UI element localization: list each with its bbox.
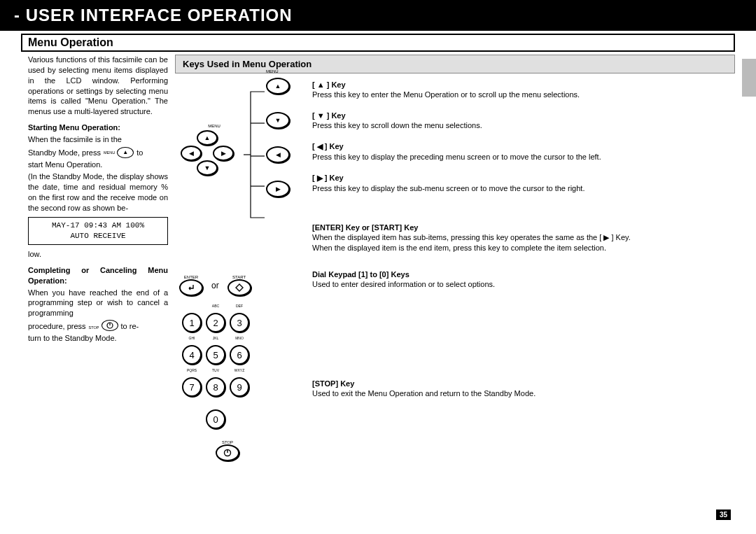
dial-key-title: Dial Keypad [1] to [0] Keys	[312, 270, 735, 279]
up-key-desc: Press this key to enter the Menu Operati…	[312, 90, 735, 99]
keypad-3: 3	[230, 313, 249, 332]
down-key-desc: Press this key to scroll down the menu s…	[312, 121, 735, 129]
stop-label: STOP	[216, 440, 239, 444]
starting-heading: Starting Menu Operation:	[28, 122, 168, 133]
right-key-icon: ▶	[266, 181, 290, 197]
keypad-6: 6	[230, 345, 249, 365]
left-key-desc: Press this key to display the preceding …	[312, 153, 735, 161]
stop-label: STOP	[89, 325, 99, 330]
keypad-8: 8	[206, 377, 225, 397]
enter-key-icon	[179, 279, 203, 296]
left-key-icon: ◀	[266, 146, 290, 163]
keys-header: Keys Used in Menu Operation	[175, 55, 735, 73]
dial-key-desc: Used to enter desired information or to …	[312, 280, 735, 288]
svg-marker-2	[236, 284, 243, 291]
text: (In the Standby Mode, the display shows …	[28, 171, 168, 213]
start-key-icon	[227, 279, 251, 296]
keypad-2: 2	[206, 313, 225, 332]
intro-text: Various functions of this facsimile can …	[28, 55, 168, 117]
down-key-title: [ ▼ ] Key	[312, 111, 735, 120]
stop-key-title: [STOP] Key	[312, 379, 735, 388]
intro-column: Various functions of this facsimile can …	[28, 55, 168, 410]
text: low.	[28, 249, 168, 260]
menu-label: MENU	[104, 150, 115, 155]
up-key-title: [ ▲ ] Key	[312, 80, 735, 89]
text: turn to the Standby Mode.	[28, 333, 168, 344]
keypad-1: 1	[182, 313, 202, 332]
keypad-5: 5	[206, 345, 225, 365]
up-key-icon: ▲	[117, 147, 134, 158]
enter-key-desc1: When the displayed item has sub-items, p…	[312, 233, 735, 242]
nav-cluster-icon: ▲ ▼ ◀ ▶	[178, 128, 234, 177]
text: When the facsimile is in the	[28, 134, 168, 145]
side-tab	[742, 59, 756, 97]
text: procedure, press	[28, 321, 86, 332]
start-label: START	[227, 275, 251, 279]
text: to re-	[121, 321, 139, 332]
left-key-title: [ ◀ ] Key	[312, 142, 735, 151]
completing-heading: Completing or Canceling Menu Operation:	[28, 265, 168, 286]
text: Standby Mode, press	[28, 148, 101, 158]
text: start Menu Operation.	[28, 160, 168, 170]
text: to	[136, 148, 143, 158]
stop-key-desc: Used to exit the Menu Operation and retu…	[312, 389, 735, 398]
page-title: - USER INTERFACE OPERATION	[0, 0, 756, 31]
enter-label: ENTER	[179, 275, 203, 279]
keypad-4: 4	[182, 345, 202, 365]
or-text: or	[211, 281, 219, 290]
stop-key-icon	[216, 444, 239, 461]
section-title: Menu Operation	[21, 34, 735, 52]
lcd-display: MAY-17 09:43 AM 100% AUTO RECEIVE	[28, 217, 168, 245]
text: When you have reached the end of a progr…	[28, 288, 168, 319]
key-descriptions: [ ▲ ] Key Press this key to enter the Me…	[312, 80, 735, 410]
page-number: 35	[716, 510, 731, 520]
keypad-9: 9	[230, 377, 249, 397]
down-key-icon: ▼	[266, 112, 290, 129]
key-graphics: MENU ▲ ▼ ◀ ▶	[175, 80, 308, 410]
menu-label: MENU	[266, 69, 279, 73]
right-key-title: [ ▶ ] Key	[312, 174, 735, 183]
keypad-7: 7	[182, 377, 202, 397]
enter-key-title: [ENTER] Key or [START] Key	[312, 223, 735, 232]
enter-key-desc2: When the displayed item is the end item,…	[312, 244, 735, 252]
right-key-desc: Press this key to display the sub-menu s…	[312, 184, 735, 192]
up-key-icon: ▲	[266, 78, 290, 94]
stop-key-icon	[102, 320, 118, 331]
